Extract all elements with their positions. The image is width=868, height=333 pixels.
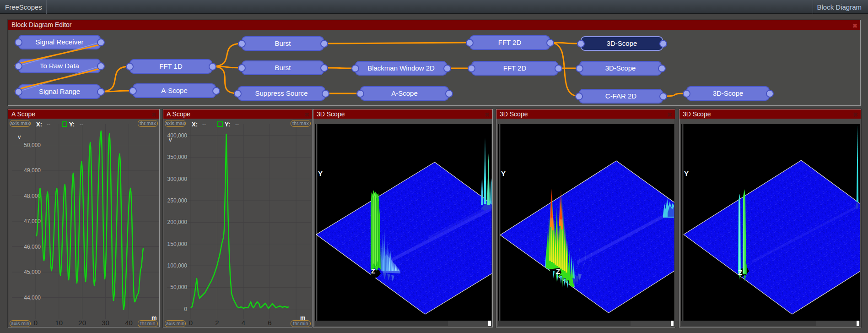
svg-text:49,000: 49,000	[24, 167, 41, 174]
svg-text:20: 20	[78, 319, 86, 327]
svg-text:6: 6	[268, 319, 271, 327]
svg-text:2: 2	[215, 319, 219, 327]
svg-text:30: 30	[102, 319, 109, 327]
svg-text:45,000: 45,000	[24, 269, 41, 275]
svg-text:200,000: 200,000	[167, 219, 188, 225]
svg-text:350,000: 350,000	[167, 154, 188, 160]
svg-text:0: 0	[189, 319, 193, 327]
svg-text:48,000: 48,000	[24, 193, 41, 199]
svg-text:40: 40	[125, 319, 133, 327]
svg-text:0: 0	[34, 319, 38, 327]
svg-text:46,000: 46,000	[24, 244, 41, 250]
svg-text:4: 4	[242, 319, 245, 327]
svg-text:44,000: 44,000	[24, 295, 41, 301]
svg-text:50,000: 50,000	[24, 142, 41, 148]
svg-text:250,000: 250,000	[167, 197, 188, 204]
svg-text:10: 10	[55, 319, 63, 327]
svg-text:50,000: 50,000	[170, 284, 187, 290]
svg-text:v: v	[169, 136, 172, 143]
svg-text:0: 0	[184, 306, 187, 312]
svg-text:150,000: 150,000	[167, 241, 188, 247]
svg-text:100,000: 100,000	[167, 262, 188, 269]
svg-text:300,000: 300,000	[167, 176, 188, 182]
svg-text:v: v	[18, 133, 21, 140]
